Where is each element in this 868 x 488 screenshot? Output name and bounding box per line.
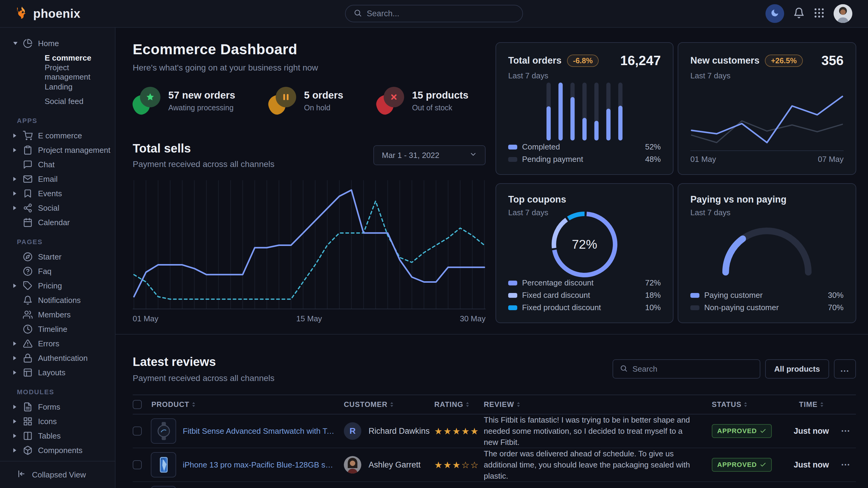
sidebar-item-components[interactable]: Components bbox=[0, 443, 115, 458]
product-thumbnail-smartwatch[interactable] bbox=[151, 418, 176, 444]
page-title: Ecommerce Dashboard bbox=[133, 41, 318, 58]
column-header-status[interactable]: STATUS bbox=[712, 400, 787, 409]
sidebar-item-landing[interactable]: Landing bbox=[0, 79, 115, 94]
sidebar-item-social-feed[interactable]: Social feed bbox=[0, 94, 115, 108]
clock-icon bbox=[23, 324, 33, 334]
review-time: Just now bbox=[787, 460, 835, 469]
mail-icon bbox=[23, 174, 33, 184]
sidebar-item-project-management-home[interactable]: Project management bbox=[0, 65, 115, 79]
user-avatar[interactable] bbox=[834, 4, 852, 23]
product-thumbnail-iphone[interactable] bbox=[151, 452, 176, 478]
row-checkbox[interactable] bbox=[133, 426, 142, 435]
sidebar-item-layouts[interactable]: Layouts bbox=[0, 365, 115, 380]
product-thumbnail[interactable] bbox=[151, 486, 176, 488]
rating-stars: ★★★★★ bbox=[434, 426, 484, 436]
global-search-input[interactable] bbox=[367, 9, 515, 19]
product-link[interactable]: Fitbit Sense Advanced Smartwatch with To… bbox=[183, 426, 344, 436]
calendar-icon bbox=[23, 218, 33, 227]
clipboard-icon bbox=[23, 145, 33, 155]
alert-triangle-icon bbox=[23, 339, 33, 349]
caret-right-icon bbox=[13, 419, 18, 423]
bell-icon bbox=[793, 7, 805, 20]
sidebar-section-pages: PAGES bbox=[0, 238, 115, 246]
caret-right-icon bbox=[13, 191, 18, 196]
bell-icon bbox=[23, 295, 33, 305]
caret-right-icon bbox=[13, 284, 18, 288]
select-all-checkbox[interactable] bbox=[133, 400, 142, 409]
sidebar-item-icons[interactable]: Icons bbox=[0, 414, 115, 429]
caret-right-icon bbox=[13, 356, 18, 360]
sidebar-item-errors[interactable]: Errors bbox=[0, 336, 115, 351]
quick-stats: 57 new orders Awating processing 5 order… bbox=[133, 87, 468, 115]
compass-icon bbox=[23, 252, 33, 262]
review-time: Just now bbox=[787, 426, 835, 436]
caret-right-icon bbox=[13, 341, 18, 346]
sidebar-item-email[interactable]: Email bbox=[0, 172, 115, 186]
sidebar-item-tables[interactable]: Tables bbox=[0, 429, 115, 443]
avatar-initial: R bbox=[344, 422, 361, 440]
table-row: Fitbit Sense Advanced Smartwatch with To… bbox=[133, 415, 856, 448]
sidebar-item-starter[interactable]: Starter bbox=[0, 250, 115, 264]
sidebar-item-members[interactable]: Members bbox=[0, 307, 115, 322]
sidebar-item-apps-project-management[interactable]: Project management bbox=[0, 143, 115, 157]
product-link[interactable]: iPhone 13 pro max-Pacific Blue-128GB sto… bbox=[183, 460, 344, 469]
caret-right-icon bbox=[13, 434, 18, 438]
collapsed-view-toggle[interactable]: Collapsed View bbox=[0, 461, 115, 488]
row-actions-button[interactable]: ··· bbox=[835, 460, 856, 470]
latest-reviews-section: Latest reviews Payment received across a… bbox=[133, 355, 856, 488]
customer-cell[interactable]: Ashley Garrett bbox=[344, 456, 434, 474]
apps-grid-button[interactable] bbox=[814, 7, 825, 20]
column-header-product[interactable]: PRODUCT bbox=[151, 400, 344, 409]
sidebar-item-notifications[interactable]: Notifications bbox=[0, 293, 115, 307]
column-header-review[interactable]: REVIEW bbox=[484, 400, 712, 409]
reviews-search-input[interactable] bbox=[632, 364, 753, 374]
sidebar-item-faq[interactable]: Faq bbox=[0, 264, 115, 279]
table-icon bbox=[23, 431, 33, 441]
search-icon bbox=[620, 364, 628, 373]
total-orders-card: Total orders -6.8% 16,247 Last 7 days Co… bbox=[496, 42, 674, 175]
table-row bbox=[133, 482, 856, 488]
legend-non-paying-customer: Non-paying customer 70% bbox=[690, 303, 843, 312]
search-icon bbox=[353, 9, 362, 19]
sidebar-item-authentication[interactable]: Authentication bbox=[0, 351, 115, 365]
row-actions-button[interactable]: ··· bbox=[835, 426, 856, 436]
trend-badge: -6.8% bbox=[567, 55, 599, 67]
caret-right-icon bbox=[13, 370, 18, 375]
reviews-more-button[interactable]: ... bbox=[834, 359, 856, 379]
stat-orders-on-hold: 5 orders On hold bbox=[269, 87, 343, 115]
total-orders-value: 16,247 bbox=[620, 53, 661, 68]
caret-right-icon bbox=[13, 177, 18, 181]
column-header-rating[interactable]: RATING bbox=[434, 400, 484, 409]
legend-completed: Completed 52% bbox=[508, 142, 661, 152]
sidebar-item-calendar[interactable]: Calendar bbox=[0, 215, 115, 230]
bookmark-icon bbox=[23, 189, 33, 198]
sort-icon bbox=[192, 402, 195, 407]
sidebar-item-pricing[interactable]: Pricing bbox=[0, 279, 115, 293]
help-circle-icon bbox=[23, 266, 33, 276]
sidebar-item-events[interactable]: Events bbox=[0, 186, 115, 201]
theme-toggle-button[interactable] bbox=[766, 4, 784, 23]
check-icon bbox=[760, 461, 766, 468]
brand-name: phoenix bbox=[33, 7, 81, 21]
sidebar-item-timeline[interactable]: Timeline bbox=[0, 322, 115, 336]
brand-logo[interactable]: phoenix bbox=[16, 6, 81, 21]
tag-icon bbox=[23, 281, 33, 291]
sidebar-item-apps-ecommerce[interactable]: E commerce bbox=[0, 128, 115, 143]
sidebar-item-social[interactable]: Social bbox=[0, 201, 115, 215]
reviews-search[interactable] bbox=[613, 359, 760, 379]
column-header-time[interactable]: TIME bbox=[787, 400, 835, 409]
notifications-button[interactable] bbox=[793, 7, 805, 20]
sidebar-item-chat[interactable]: Chat bbox=[0, 157, 115, 172]
table-row: iPhone 13 pro max-Pacific Blue-128GB sto… bbox=[133, 448, 856, 482]
global-search[interactable] bbox=[345, 5, 523, 22]
date-range-select[interactable]: Mar 1 - 31, 2022 bbox=[373, 145, 486, 165]
new-customers-line-chart bbox=[690, 80, 843, 152]
sidebar-item-home[interactable]: Home bbox=[0, 36, 115, 51]
customer-cell[interactable]: R Richard Dawkins bbox=[344, 422, 434, 440]
sidebar-item-forms[interactable]: Forms bbox=[0, 400, 115, 414]
column-header-customer[interactable]: CUSTOMER bbox=[344, 400, 434, 409]
latest-reviews-title: Latest reviews bbox=[133, 355, 275, 369]
row-checkbox[interactable] bbox=[133, 460, 142, 469]
all-products-button[interactable]: All products bbox=[765, 359, 829, 379]
top-coupons-card: Top coupons Last 7 days 72% Percentage d… bbox=[496, 183, 674, 323]
